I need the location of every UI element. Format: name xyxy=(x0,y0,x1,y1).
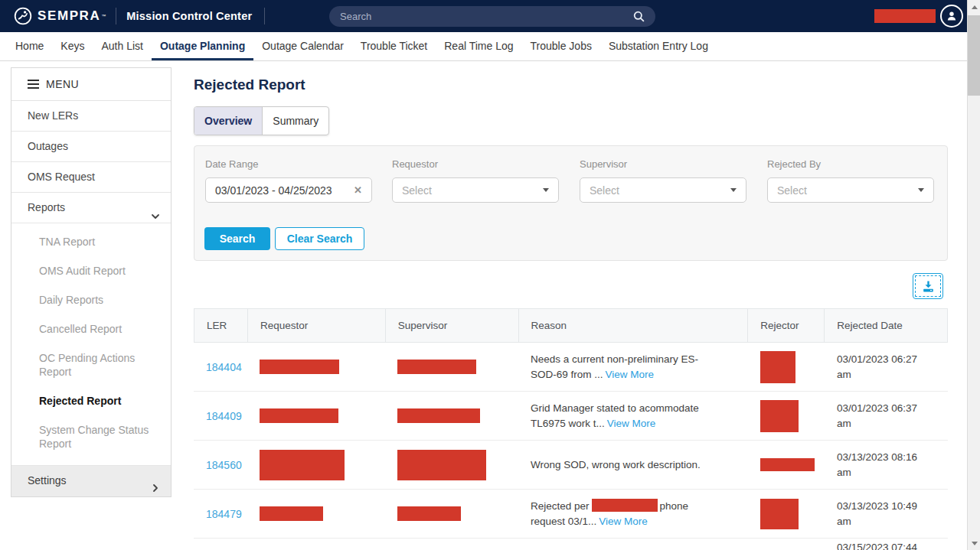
reports-submenu: TNA Report OMS Audit Report Daily Report… xyxy=(11,223,171,466)
supervisor-label: Supervisor xyxy=(580,158,746,170)
clear-search-button[interactable]: Clear Search xyxy=(275,227,364,250)
redacted-requestor xyxy=(260,450,345,480)
sidebar-item-label: New LERs xyxy=(28,109,78,122)
rejected-by-label: Rejected By xyxy=(767,158,934,170)
filter-requestor: Requestor Select xyxy=(392,158,559,203)
reason-cell: Needs a current non-preliminary ES-SOD-6… xyxy=(518,343,748,391)
scroll-down-arrow[interactable] xyxy=(968,537,980,550)
requestor-cell xyxy=(247,392,385,440)
tab-summary[interactable]: Summary xyxy=(263,107,328,135)
ler-link[interactable]: 184479 xyxy=(206,508,242,520)
sidebar-item-oc-pending-actions-report[interactable]: OC Pending Actions Report xyxy=(11,343,171,386)
sidebar-item-outages[interactable]: Outages xyxy=(11,132,171,162)
nav-item-substation-entry-log[interactable]: Substation Entry Log xyxy=(600,32,717,60)
redacted-rejector xyxy=(760,351,795,383)
sidebar-item-oms-request[interactable]: OMS Request xyxy=(11,162,171,193)
nav-item-trouble-ticket[interactable]: Trouble Ticket xyxy=(352,32,436,60)
rejected-date: 03/15/2023 07:44 xyxy=(837,539,927,550)
brand-area: SEMPRA™ Mission Control Center xyxy=(14,0,275,32)
chevron-right-icon xyxy=(151,475,160,505)
supervisor-cell xyxy=(385,343,518,391)
view-more-link[interactable]: View More xyxy=(606,369,655,380)
sempra-logo-icon xyxy=(14,7,32,25)
search-input[interactable] xyxy=(340,11,633,22)
nav-item-outage-planning[interactable]: Outage Planning xyxy=(152,32,253,60)
column-header-requestor: Requestor xyxy=(247,309,385,342)
reason-cell: Wrong SOD, wrong work description. xyxy=(518,441,748,489)
redacted-rejector xyxy=(760,400,799,432)
date-range-value: 03/01/2023 - 04/25/2023 xyxy=(215,184,332,197)
nav-item-real-time-log[interactable]: Real Time Log xyxy=(436,32,521,60)
ler-link[interactable]: 184560 xyxy=(206,459,242,471)
column-header-rejector: Rejector xyxy=(747,309,824,342)
requestor-cell xyxy=(247,490,385,538)
supervisor-cell xyxy=(385,539,518,550)
scroll-up-arrow[interactable] xyxy=(968,1,980,14)
filter-supervisor: Supervisor Select xyxy=(580,158,746,203)
view-more-link[interactable]: View More xyxy=(599,516,648,527)
global-search xyxy=(329,6,655,27)
caret-down-icon xyxy=(730,188,737,192)
rejector-cell xyxy=(748,343,825,391)
sidebar-menu-toggle[interactable]: MENU xyxy=(11,68,171,101)
caret-down-icon xyxy=(543,188,549,192)
brand-name: SEMPRA xyxy=(38,8,100,24)
reason-text: Rejected per xyxy=(531,500,590,512)
clear-date-icon[interactable]: ✕ xyxy=(354,184,362,196)
nav-item-outage-calendar[interactable]: Outage Calendar xyxy=(253,32,352,60)
sidebar-item-label: Reports xyxy=(28,201,65,213)
primary-nav: Home Keys Auth List Outage Planning Outa… xyxy=(0,32,980,61)
date-range-input[interactable]: 03/01/2023 - 04/25/2023 ✕ xyxy=(205,177,372,203)
header-divider xyxy=(116,8,116,24)
sidebar-item-tna-report[interactable]: TNA Report xyxy=(11,227,171,256)
redacted-rejector xyxy=(760,458,815,471)
ler-link[interactable]: 184404 xyxy=(206,361,242,373)
rejector-cell xyxy=(748,539,825,550)
scrollbar-thumb[interactable] xyxy=(968,15,980,96)
sidebar-item-oms-audit-report[interactable]: OMS Audit Report xyxy=(11,256,171,285)
brand-trademark: ™ xyxy=(101,14,106,18)
rejected-by-select[interactable]: Select xyxy=(767,177,934,203)
sidebar-item-settings[interactable]: Settings xyxy=(11,466,171,496)
ler-cell: 184404 xyxy=(194,343,247,391)
requestor-cell xyxy=(247,441,385,489)
user-avatar-button[interactable] xyxy=(940,5,963,28)
reason-cell: Grid Manager stated to acommodate TL6975… xyxy=(518,392,748,440)
rejected-date-cell: 03/13/2023 08:16 am xyxy=(825,441,948,489)
nav-item-keys[interactable]: Keys xyxy=(52,32,93,60)
page-scrollbar[interactable] xyxy=(967,0,980,550)
top-header: SEMPRA™ Mission Control Center xyxy=(0,0,980,32)
table-row: 184409 Grid Manager stated to acommodate… xyxy=(194,392,948,441)
nav-item-trouble-jobs[interactable]: Trouble Jobs xyxy=(522,32,600,60)
date-range-label: Date Range xyxy=(205,158,372,170)
supervisor-cell xyxy=(385,441,518,489)
download-icon xyxy=(922,280,935,293)
search-button[interactable]: Search xyxy=(204,227,270,250)
nav-item-auth-list[interactable]: Auth List xyxy=(93,32,151,60)
sidebar: MENU New LERs Outages OMS Request Report… xyxy=(11,67,172,497)
rejected-date: 03/01/2023 06:27 am xyxy=(837,352,927,382)
sidebar-item-rejected-report[interactable]: Rejected Report xyxy=(11,386,171,415)
ler-link[interactable]: 184409 xyxy=(206,410,242,422)
sidebar-item-reports[interactable]: Reports xyxy=(11,193,171,223)
sidebar-item-label: OMS Request xyxy=(28,171,95,183)
tab-overview[interactable]: Overview xyxy=(194,107,263,135)
table-row-partial: 03/15/2023 07:44 xyxy=(194,539,948,550)
sidebar-item-system-change-status-report[interactable]: System Change Status Report xyxy=(11,415,171,458)
rejected-date-cell: 03/13/2023 10:49 am xyxy=(825,490,948,538)
requestor-placeholder: Select xyxy=(402,184,432,197)
search-icon[interactable] xyxy=(633,11,645,22)
filter-rejected-by: Rejected By Select xyxy=(767,158,934,203)
sidebar-item-daily-reports[interactable]: Daily Reports xyxy=(11,285,171,314)
supervisor-cell xyxy=(385,490,518,538)
redacted-supervisor xyxy=(397,506,461,521)
redacted-requestor xyxy=(260,506,323,521)
view-more-link[interactable]: View More xyxy=(607,418,656,429)
nav-item-home[interactable]: Home xyxy=(7,32,52,60)
sidebar-item-cancelled-report[interactable]: Cancelled Report xyxy=(11,314,171,343)
requestor-select[interactable]: Select xyxy=(392,177,559,203)
supervisor-select[interactable]: Select xyxy=(580,177,746,203)
sidebar-item-new-lers[interactable]: New LERs xyxy=(11,101,171,132)
download-button[interactable] xyxy=(913,273,943,299)
caret-down-icon xyxy=(918,188,924,192)
